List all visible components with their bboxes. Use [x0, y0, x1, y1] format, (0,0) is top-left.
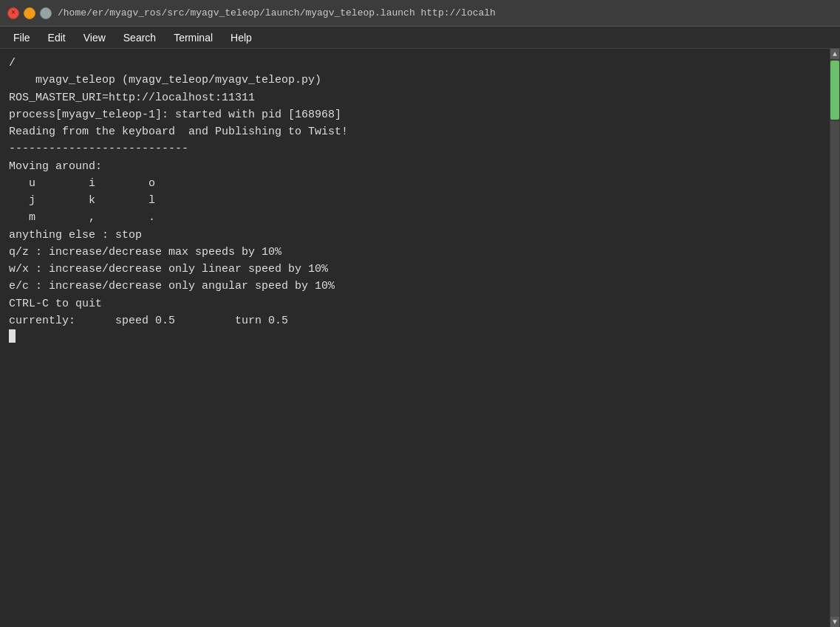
- terminal-line: m , .: [9, 209, 821, 226]
- terminal-line: anything else : stop: [9, 227, 821, 244]
- terminal-line: Reading from the keyboard and Publishing…: [9, 123, 821, 140]
- terminal-cursor-line: [9, 329, 821, 343]
- menu-view[interactable]: View: [76, 29, 113, 47]
- terminal-line: myagv_teleop (myagv_teleop/myagv_teleop.…: [9, 72, 821, 89]
- minimize-button[interactable]: [24, 7, 35, 19]
- menu-edit[interactable]: Edit: [41, 29, 73, 47]
- window-title: /home/er/myagv_ros/src/myagv_teleop/laun…: [58, 7, 833, 18]
- terminal-line: q/z : increase/decrease max speeds by 10…: [9, 244, 821, 261]
- menu-file[interactable]: File: [6, 29, 38, 47]
- terminal-line: u i o: [9, 175, 821, 192]
- menu-help[interactable]: Help: [223, 29, 259, 47]
- title-bar: × /home/er/myagv_ros/src/myagv_teleop/la…: [0, 0, 840, 27]
- scrollbar-arrow-up[interactable]: ▲: [830, 49, 839, 59]
- scrollbar-arrow-down[interactable]: ▼: [830, 617, 839, 627]
- terminal-content[interactable]: / myagv_teleop (myagv_teleop/myagv_teleo…: [0, 49, 830, 627]
- window-controls: ×: [7, 7, 52, 19]
- terminal-line: w/x : increase/decrease only linear spee…: [9, 261, 821, 278]
- terminal-container: / myagv_teleop (myagv_teleop/myagv_teleo…: [0, 49, 840, 627]
- terminal-line: j k l: [9, 192, 821, 209]
- terminal-line: ---------------------------: [9, 140, 821, 157]
- menu-bar: File Edit View Search Terminal Help: [0, 27, 840, 49]
- close-button[interactable]: ×: [7, 7, 19, 19]
- scrollbar-track: [830, 121, 839, 617]
- terminal-line: currently: speed 0.5 turn 0.5: [9, 312, 821, 329]
- terminal-line: Moving around:: [9, 158, 821, 175]
- terminal-cursor: [9, 329, 16, 343]
- terminal-line: /: [9, 55, 821, 72]
- terminal-line: e/c : increase/decrease only angular spe…: [9, 278, 821, 295]
- maximize-button[interactable]: [40, 7, 52, 19]
- terminal-line: process[myagv_teleop-1]: started with pi…: [9, 106, 821, 123]
- scrollbar[interactable]: ▲ ▼: [830, 49, 840, 627]
- menu-search[interactable]: Search: [116, 29, 163, 47]
- scrollbar-thumb[interactable]: [830, 61, 839, 120]
- terminal-line: CTRL-C to quit: [9, 295, 821, 312]
- terminal-line: ROS_MASTER_URI=http://localhost:11311: [9, 89, 821, 106]
- menu-terminal[interactable]: Terminal: [166, 29, 220, 47]
